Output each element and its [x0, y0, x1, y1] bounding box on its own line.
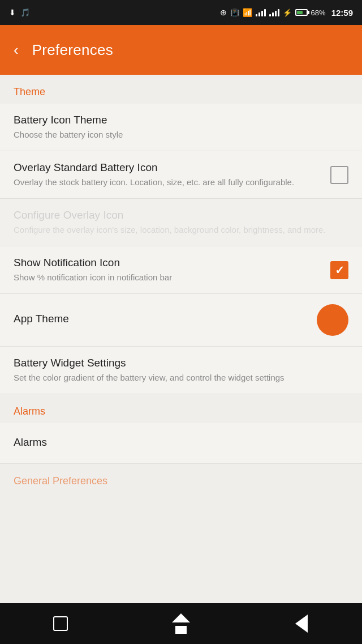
signal-bars-1 — [256, 8, 266, 16]
item-title-configure-overlay: Configure Overlay Icon — [14, 209, 339, 221]
status-right: ⊕ 📳 📶 ⚡ 68% 12:59 — [220, 8, 353, 18]
list-item-text: Battery Widget Settings Set the color gr… — [14, 357, 348, 383]
battery-indicator — [295, 9, 308, 16]
preferences-content: Theme Battery Icon Theme Choose the batt… — [0, 75, 362, 523]
back-nav-button[interactable] — [279, 603, 324, 644]
home-button[interactable] — [158, 603, 204, 644]
download-icon: ⬇ — [9, 8, 16, 17]
time-display: 12:59 — [331, 8, 353, 18]
list-item-text: Battery Icon Theme Choose the battery ic… — [14, 114, 348, 140]
list-item-app-theme[interactable]: App Theme — [0, 294, 362, 347]
item-title-alarms: Alarms — [14, 436, 339, 449]
item-title-battery-widget: Battery Widget Settings — [14, 357, 339, 369]
item-subtitle-notification-icon: Show % notification icon in notification… — [14, 271, 321, 283]
back-icon — [295, 615, 308, 633]
app-bar: ‹ Preferences — [0, 25, 362, 75]
list-item-overlay-battery[interactable]: Overlay Standard Battery Icon Overlay th… — [0, 151, 362, 199]
list-item-alarms[interactable]: Alarms — [0, 423, 362, 464]
list-item-text: App Theme — [14, 313, 317, 327]
checkbox-notification-icon[interactable] — [330, 261, 348, 279]
item-subtitle-battery-widget: Set the color gradient of the battery vi… — [14, 372, 339, 383]
item-subtitle-overlay-battery: Overlay the stock battery icon. Location… — [14, 176, 321, 188]
section-header-general-prefs: General Preferences — [0, 464, 362, 489]
back-button[interactable]: ‹ — [11, 39, 21, 61]
toggle-app-theme[interactable] — [317, 304, 348, 336]
list-item-text: Overlay Standard Battery Icon Overlay th… — [14, 161, 330, 188]
home-icon-body — [175, 626, 187, 634]
recent-apps-button[interactable] — [38, 603, 83, 644]
recent-icon — [53, 616, 68, 631]
home-icon-container — [172, 616, 190, 632]
list-item-configure-overlay: Configure Overlay Icon Configure the ove… — [0, 199, 362, 246]
list-item-notification-icon[interactable]: Show Notification Icon Show % notificati… — [0, 246, 362, 294]
section-header-theme: Theme — [0, 75, 362, 104]
status-left: ⬇ 🎵 — [9, 8, 30, 17]
vibrate-icon: 📳 — [230, 8, 239, 17]
item-title-overlay-battery: Overlay Standard Battery Icon — [14, 161, 321, 174]
charging-icon: ⚡ — [283, 8, 292, 17]
wifi-icon: 📶 — [243, 8, 252, 17]
item-title-notification-icon: Show Notification Icon — [14, 257, 321, 269]
item-title-battery-icon-theme: Battery Icon Theme — [14, 114, 339, 126]
item-subtitle-battery-icon-theme: Choose the battery icon style — [14, 129, 339, 140]
status-bar: ⬇ 🎵 ⊕ 📳 📶 ⚡ 68% — [0, 0, 362, 25]
list-item-battery-widget[interactable]: Battery Widget Settings Set the color gr… — [0, 347, 362, 394]
checkbox-overlay-battery[interactable] — [330, 166, 348, 184]
page-title: Preferences — [32, 41, 113, 59]
item-subtitle-configure-overlay: Configure the overlay icon's size, locat… — [14, 224, 339, 236]
home-icon — [172, 613, 190, 622]
bottom-navigation — [0, 603, 362, 644]
list-item-text: Alarms — [14, 436, 348, 451]
signal-bars-2 — [269, 8, 279, 16]
battery-percent: 68% — [311, 8, 326, 17]
list-item-battery-icon-theme[interactable]: Battery Icon Theme Choose the battery ic… — [0, 104, 362, 151]
item-title-app-theme: App Theme — [14, 313, 308, 325]
music-icon: 🎵 — [20, 8, 30, 17]
section-header-alarms: Alarms — [0, 394, 362, 423]
list-item-text: Show Notification Icon Show % notificati… — [14, 257, 330, 283]
list-item-text: Configure Overlay Icon Configure the ove… — [14, 209, 348, 236]
add-circle-icon: ⊕ — [220, 8, 227, 17]
